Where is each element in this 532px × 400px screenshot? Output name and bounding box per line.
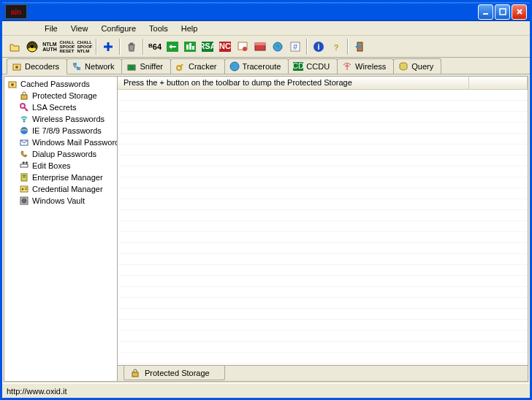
open-button[interactable] bbox=[7, 39, 23, 55]
svg-text:NC: NC bbox=[219, 42, 231, 50]
tree-label: Cached Passwords bbox=[20, 80, 90, 88]
tool-green1-icon[interactable] bbox=[164, 39, 180, 55]
svg-rect-39 bbox=[21, 95, 27, 99]
menu-file[interactable]: File bbox=[39, 23, 64, 34]
svg-rect-16 bbox=[255, 43, 265, 45]
bottom-tab-label: Protected Storage bbox=[145, 369, 210, 377]
tab-label: CCDU bbox=[306, 62, 330, 71]
tool-prsa-icon[interactable]: RSA bbox=[200, 39, 216, 55]
tree-label: Dialup Passwords bbox=[32, 150, 96, 158]
tree-wireless-passwords[interactable]: Wireless Passwords bbox=[4, 113, 117, 125]
tree-windows-vault[interactable]: Windows Vault bbox=[4, 195, 117, 207]
tree-lsa-secrets[interactable]: LSA Secrets bbox=[4, 101, 117, 113]
bottom-tab-protected-storage[interactable]: Protected Storage bbox=[123, 366, 225, 380]
svg-rect-7 bbox=[189, 43, 191, 50]
tab-label: Decoders bbox=[25, 62, 59, 71]
tree-label: Edit Boxes bbox=[32, 161, 71, 170]
tree-credential-manager[interactable]: Credential Manager bbox=[4, 183, 117, 195]
svg-point-50 bbox=[22, 188, 24, 191]
titlebar[interactable]: ain bbox=[2, 2, 530, 21]
tab-sniffer[interactable]: Sniffer bbox=[121, 58, 171, 74]
ccdu-icon: CD bbox=[293, 61, 303, 72]
tree-label: Credential Manager bbox=[32, 185, 103, 193]
menu-help[interactable]: Help bbox=[175, 23, 204, 34]
tree-label: Wireless Passwords bbox=[32, 115, 104, 123]
list-column-2[interactable] bbox=[469, 77, 528, 89]
menu-configure[interactable]: Configure bbox=[95, 23, 142, 34]
tab-label: Network bbox=[85, 62, 114, 71]
menu-view[interactable]: View bbox=[65, 23, 94, 34]
query-icon bbox=[398, 61, 408, 72]
tree-protected-storage[interactable]: Protected Storage bbox=[4, 90, 117, 101]
exit-icon[interactable] bbox=[352, 39, 368, 55]
separator bbox=[119, 39, 121, 55]
list-body[interactable] bbox=[118, 90, 528, 365]
svg-rect-48 bbox=[23, 177, 26, 177]
tree-root[interactable]: Cached Passwords bbox=[4, 78, 117, 90]
titlebar-left: ain bbox=[5, 4, 27, 19]
svg-rect-1 bbox=[500, 9, 506, 15]
status-text: http://www.oxid.it bbox=[7, 387, 67, 396]
window-buttons bbox=[478, 4, 527, 20]
trash-icon[interactable] bbox=[123, 39, 140, 55]
tab-query[interactable]: Query bbox=[393, 58, 441, 74]
svg-point-55 bbox=[23, 200, 25, 201]
tool-green2-icon[interactable] bbox=[182, 39, 198, 55]
tree-label: Windows Vault bbox=[32, 196, 85, 205]
tab-traceroute[interactable]: Traceroute bbox=[224, 58, 289, 74]
svg-rect-52 bbox=[25, 189, 27, 190]
tool-hash-icon[interactable]: # bbox=[287, 39, 303, 55]
tree-label: LSA Secrets bbox=[32, 103, 77, 112]
svg-rect-27 bbox=[77, 67, 80, 70]
tool-globe-icon[interactable] bbox=[270, 39, 286, 55]
radioactive-icon[interactable] bbox=[24, 39, 40, 55]
tool-red-icon[interactable]: NC bbox=[217, 39, 233, 55]
tab-decoders[interactable]: Decoders bbox=[7, 58, 67, 74]
svg-point-14 bbox=[243, 47, 247, 51]
svg-rect-56 bbox=[132, 372, 138, 377]
vault-icon bbox=[19, 196, 29, 206]
svg-rect-30 bbox=[129, 68, 134, 69]
chall-ntlm-icon[interactable]: CHALLSPOOFNTLM bbox=[77, 39, 93, 55]
tab-ccdu[interactable]: CDCCDU bbox=[288, 58, 338, 74]
svg-rect-8 bbox=[192, 46, 194, 50]
wireless-icon bbox=[342, 61, 352, 72]
main-panel: Press the + button on the toolbar to dum… bbox=[118, 77, 528, 381]
close-button[interactable] bbox=[512, 4, 527, 20]
bottom-tab-area: Protected Storage bbox=[118, 365, 528, 381]
edit-icon: ** bbox=[19, 161, 29, 171]
tab-wireless[interactable]: Wireless bbox=[337, 58, 394, 74]
svg-text:?: ? bbox=[334, 43, 339, 52]
minimize-button[interactable] bbox=[478, 4, 493, 20]
tree-dialup-passwords[interactable]: Dialup Passwords bbox=[4, 148, 117, 160]
tool-box-icon[interactable] bbox=[252, 39, 268, 55]
list-column-main[interactable]: Press the + button on the toolbar to dum… bbox=[118, 77, 469, 89]
add-button[interactable] bbox=[100, 39, 116, 55]
separator bbox=[306, 39, 308, 55]
statusbar: http://www.oxid.it bbox=[2, 383, 530, 398]
svg-rect-29 bbox=[129, 66, 134, 67]
app-window: ain File View Configure Tools Help NTLMA… bbox=[2, 2, 530, 398]
tab-network[interactable]: Network bbox=[66, 58, 122, 74]
menu-tools[interactable]: Tools bbox=[143, 23, 174, 34]
chall-reset-icon[interactable]: CHALLSPOOFRESET bbox=[59, 39, 75, 55]
tree-enterprise-manager[interactable]: Enterprise Manager bbox=[4, 172, 117, 183]
tab-cracker[interactable]: Cracker bbox=[170, 58, 225, 74]
ntlm-icon[interactable]: NTLMAUTH bbox=[42, 39, 58, 55]
info-icon[interactable]: i bbox=[311, 39, 327, 55]
svg-rect-47 bbox=[23, 175, 26, 176]
separator bbox=[142, 39, 144, 55]
tab-label: Traceroute bbox=[243, 62, 281, 71]
tree-edit-boxes[interactable]: **Edit Boxes bbox=[4, 160, 117, 172]
tree-panel[interactable]: Cached Passwords Protected Storage LSA S… bbox=[4, 77, 118, 381]
b64-icon[interactable]: B64 bbox=[147, 39, 163, 55]
tree-label: Enterprise Manager bbox=[32, 173, 103, 182]
svg-text:**: ** bbox=[22, 161, 28, 169]
credential-icon bbox=[19, 184, 29, 194]
tool-cert-icon[interactable] bbox=[235, 39, 251, 55]
maximize-button[interactable] bbox=[495, 4, 510, 20]
tree-windows-mail[interactable]: Windows Mail Passwords bbox=[4, 136, 117, 148]
separator bbox=[347, 39, 349, 55]
tree-ie-passwords[interactable]: IE 7/8/9 Passwords bbox=[4, 125, 117, 136]
help-icon[interactable]: ? bbox=[328, 39, 344, 55]
